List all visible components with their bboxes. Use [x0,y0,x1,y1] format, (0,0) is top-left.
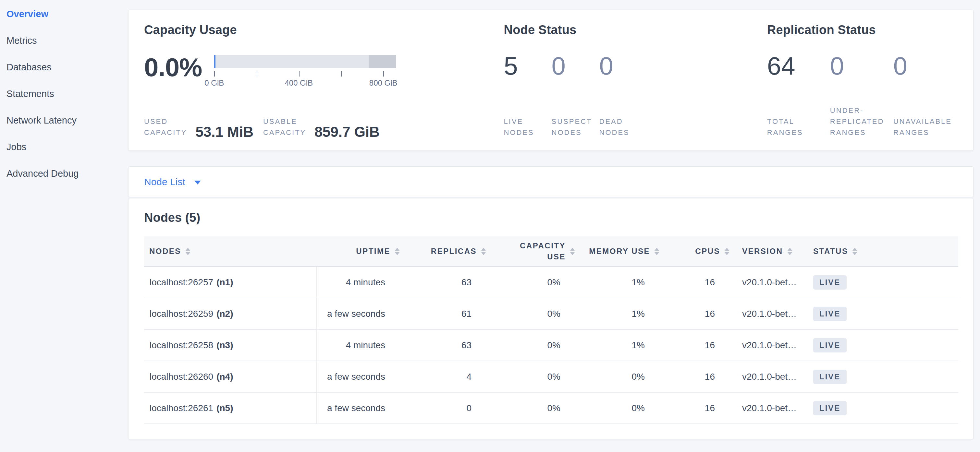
column-label: STATUS [813,247,848,256]
sidebar: Overview Metrics Databases Statements Ne… [0,0,128,452]
node-address: localhost:26257 [150,277,213,287]
sidebar-item-jobs[interactable]: Jobs [6,141,128,152]
capacity-bar-used-segment [214,55,215,68]
node-address-cell[interactable]: localhost:26260(n4) [144,361,317,392]
axis-tick [214,71,215,76]
version-cell: v20.1.0-bet… [729,266,797,298]
suspect-nodes-value: 0 [552,53,599,78]
node-address: localhost:26258 [150,340,213,350]
column-header-capacity-use[interactable]: CAPACITY USE [486,236,575,266]
label-line: NODES [504,127,546,138]
axis-tick-label: 400 GiB [285,78,313,87]
column-label: REPLICAS [431,247,477,256]
uptime-cell: 4 minutes [317,330,399,361]
sidebar-item-advanced-debug[interactable]: Advanced Debug [6,168,128,179]
column-header-memory-use[interactable]: MEMORY USE [575,236,659,266]
axis-tick [257,71,257,76]
usable-capacity-value: 859.7 GiB [315,125,380,139]
memory-use-cell: 0% [575,392,659,424]
under-replicated-ranges-label: UNDER- REPLICATED RANGES [830,105,893,138]
cluster-summary-card: Capacity Usage 0.0% 0 GiB 40 [128,10,974,151]
memory-use-cell: 1% [575,330,659,361]
used-capacity-stat: USED CAPACITY 53.1 MiB [144,116,253,138]
sort-icon [186,248,190,255]
column-label: VERSION [742,247,783,256]
status-badge: LIVE [813,338,846,352]
label-line: RANGES [893,127,952,138]
uptime-cell: a few seconds [317,298,399,330]
label-line: UNDER- [830,105,888,116]
capacity-axis: 0 GiB 400 GiB 800 GiB [214,68,396,85]
live-nodes-label: LIVE NODES [504,116,552,138]
main-content: Capacity Usage 0.0% 0 GiB 40 [128,0,980,439]
replicas-cell: 0 [399,392,486,424]
under-replicated-ranges-value: 0 [830,53,893,78]
version-cell: v20.1.0-bet… [729,361,797,392]
total-ranges-label: TOTAL RANGES [767,116,830,138]
axis-tick [299,71,299,76]
label-line: LIVE [504,116,546,127]
node-id: (n5) [216,403,233,413]
version-cell: v20.1.0-bet… [729,392,797,424]
node-address-cell[interactable]: localhost:26258(n3) [144,330,317,361]
total-ranges-value: 64 [767,53,830,78]
column-header-replicas[interactable]: REPLICAS [399,236,486,266]
sidebar-item-statements[interactable]: Statements [6,88,128,99]
cpus-cell: 16 [659,361,729,392]
axis-tick [383,71,384,76]
sort-icon [395,248,399,255]
node-address-cell[interactable]: localhost:26257(n1) [144,266,317,298]
label-line: NODES [599,127,761,138]
axis-tick [341,71,342,76]
replication-status-section: Replication Status 64 TOTAL RANGES 0 UND… [767,23,958,138]
column-label: UPTIME [356,247,390,256]
column-header-version[interactable]: VERSION [729,236,797,266]
label-line: USED [144,116,187,127]
cpus-cell: 16 [659,298,729,330]
table-row: localhost:26258(n3) 4 minutes 63 0% 1% 1… [144,330,958,361]
table-row: localhost:26257(n1) 4 minutes 63 0% 1% 1… [144,266,958,298]
label-line: REPLICATED [830,116,888,127]
memory-use-cell: 1% [575,298,659,330]
column-header-nodes[interactable]: NODES [144,236,317,266]
node-address: localhost:26260 [150,371,213,382]
capacity-stats: USED CAPACITY 53.1 MiB USABLE CAPACITY 8… [144,116,504,138]
column-header-cpus[interactable]: CPUS [659,236,729,266]
column-header-status[interactable]: STATUS [797,236,958,266]
label-line: TOTAL [767,116,824,127]
sort-icon [654,248,659,255]
node-address: localhost:26259 [150,309,213,319]
sidebar-item-metrics[interactable]: Metrics [6,35,128,46]
node-id: (n3) [216,340,233,350]
label-line: USABLE [263,116,306,127]
nodes-table-title: Nodes (5) [144,211,958,225]
nodes-table-card: Nodes (5) NODES UPTIME REP [128,198,974,439]
dead-nodes-value: 0 [599,53,767,78]
label-line: CAPACITY [263,127,306,138]
capacity-bar-other-segment [369,55,396,68]
sidebar-item-overview[interactable]: Overview [6,8,128,19]
cpus-cell: 16 [659,392,729,424]
table-row: localhost:26261(n5) a few seconds 0 0% 0… [144,392,958,424]
label-line: RANGES [767,127,824,138]
sidebar-item-network-latency[interactable]: Network Latency [6,115,128,126]
sidebar-item-databases[interactable]: Databases [6,62,128,73]
node-address-cell[interactable]: localhost:26261(n5) [144,392,317,424]
uptime-cell: a few seconds [317,361,399,392]
uptime-cell: a few seconds [317,392,399,424]
status-cell: LIVE [797,298,958,330]
node-address-cell[interactable]: localhost:26259(n2) [144,298,317,330]
view-selector-card: Node List [128,167,974,197]
status-cell: LIVE [797,330,958,361]
replicas-cell: 4 [399,361,486,392]
unavailable-ranges-value: 0 [893,53,958,78]
table-row: localhost:26259(n2) a few seconds 61 0% … [144,298,958,330]
axis-tick-label: 0 GiB [204,78,224,87]
column-header-uptime[interactable]: UPTIME [317,236,399,266]
cpus-cell: 16 [659,266,729,298]
capacity-usage-section: Capacity Usage 0.0% 0 GiB 40 [144,23,504,138]
axis-tick-label: 800 GiB [369,78,398,87]
table-row: localhost:26260(n4) a few seconds 4 0% 0… [144,361,958,392]
node-list-dropdown[interactable]: Node List [144,176,201,187]
sort-icon [570,248,575,255]
